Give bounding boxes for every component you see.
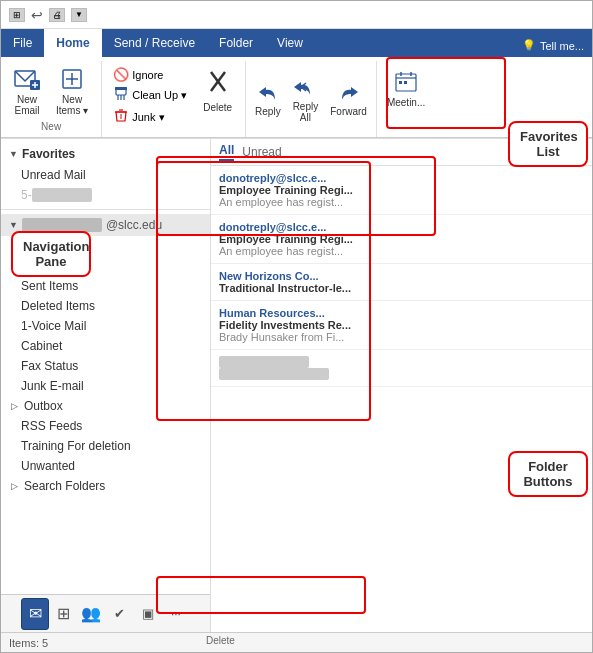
sidebar-item-drafts[interactable]: Drafts [1, 256, 210, 276]
ignore-label: Ignore [132, 69, 163, 81]
sidebar-item-rss-feeds[interactable]: RSS Feeds [1, 416, 210, 436]
message-subject: Employee Training Regi... [219, 233, 584, 245]
account-email-suffix: @slcc.edu [106, 218, 162, 232]
sidebar-item-cabinet[interactable]: Cabinet [1, 336, 210, 356]
sidebar-item-training-deletion[interactable]: Training For deletion [1, 436, 210, 456]
main-area: ▼ Favorites Unread Mail 5- ▼ @slcc.edu [1, 138, 592, 632]
quick-access-dropdown[interactable]: ▼ [71, 8, 87, 22]
junk-button[interactable]: Junk ▾ [108, 107, 192, 128]
new-group-label: New [7, 119, 95, 135]
cleanup-button[interactable]: Clean Up ▾ [108, 85, 192, 106]
svg-rect-11 [115, 87, 127, 90]
search-folders-label: Search Folders [24, 479, 105, 493]
new-items-label: NewItems ▾ [56, 94, 88, 116]
folder-list: ▷ Inbox Drafts Sent Items Deleted Items … [1, 236, 210, 496]
nav-more-button[interactable]: ··· [162, 598, 190, 630]
undo-icon[interactable]: ↩ [31, 7, 43, 23]
message-item[interactable]: donotreply@slcc.e... Employee Training R… [211, 215, 592, 264]
sidebar-item-outbox[interactable]: ▷ Outbox [1, 396, 210, 416]
account-collapse-icon[interactable]: ▼ [9, 220, 18, 230]
meeting-icon [395, 71, 417, 95]
new-items-button[interactable]: NewItems ▾ [49, 63, 95, 119]
ribbon-tabs: File Home Send / Receive Folder View 💡 T… [1, 29, 592, 57]
more-nav-icon: ··· [171, 607, 181, 621]
reply-all-icon [294, 78, 316, 99]
tab-send-receive[interactable]: Send / Receive [102, 29, 207, 57]
ribbon-group-delete: 🚫 Ignore Clean Up ▾ [102, 61, 246, 137]
sidebar-item-blurred[interactable]: 5- [1, 185, 210, 205]
favorites-collapse-icon[interactable]: ▼ [9, 149, 18, 159]
message-pane: All Unread donotreply@slcc.e... Employee… [211, 139, 592, 632]
message-sender: donotreply@slcc.e... [219, 221, 584, 233]
nav-calendar-button[interactable]: ⊞ [49, 598, 77, 630]
sidebar-item-deleted-items[interactable]: Deleted Items [1, 296, 210, 316]
forward-icon [338, 83, 360, 104]
ribbon-group-new: NewEmail NewItems ▾ New [1, 61, 102, 137]
inbox-expand-icon[interactable]: ▷ [11, 241, 18, 251]
sidebar-item-unwanted[interactable]: Unwanted [1, 456, 210, 476]
message-filter-bar: All Unread [211, 139, 592, 166]
grid-icon[interactable]: ⊞ [9, 8, 25, 22]
reply-icon [257, 83, 279, 104]
title-bar: ⊞ ↩ 🖨 ▼ [1, 1, 592, 29]
forward-button[interactable]: Forward [325, 74, 372, 126]
nav-tasks-button[interactable]: ✔ [106, 598, 134, 630]
filter-unread[interactable]: Unread [242, 145, 281, 159]
account-section: ▼ @slcc.edu ▷ Inbox Drafts Sent Items De… [1, 210, 210, 500]
cleanup-icon [113, 87, 129, 104]
inbox-label: Inbox [24, 239, 56, 253]
sidebar-item-voice-mail[interactable]: 1-Voice Mail [1, 316, 210, 336]
new-items-icon [59, 66, 85, 92]
nav-mail-button[interactable]: ✉ [21, 598, 49, 630]
junk-label: Junk ▾ [132, 111, 164, 124]
new-email-label: NewEmail [14, 94, 39, 116]
navigation-pane: ▼ Favorites Unread Mail 5- ▼ @slcc.edu [1, 139, 211, 632]
tab-view[interactable]: View [265, 29, 315, 57]
sidebar-item-fax-status[interactable]: Fax Status [1, 356, 210, 376]
tab-folder[interactable]: Folder [207, 29, 265, 57]
outbox-expand-icon[interactable]: ▷ [11, 401, 18, 411]
sidebar-item-search-folders[interactable]: ▷ Search Folders [1, 476, 210, 496]
tasks-nav-icon: ✔ [114, 606, 125, 621]
delete-button[interactable]: Delete [196, 65, 239, 117]
lightbulb-icon: 💡 [522, 39, 536, 52]
tab-home[interactable]: Home [44, 29, 101, 57]
calendar-nav-icon: ⊞ [57, 604, 70, 623]
filter-all[interactable]: All [219, 143, 234, 161]
sidebar-item-junk-email[interactable]: Junk E-mail [1, 376, 210, 396]
meeting-button[interactable]: Meetin... [383, 63, 429, 115]
message-sender: Human Resources... [219, 307, 584, 319]
blurred-redact [32, 188, 92, 202]
ignore-button[interactable]: 🚫 Ignore [108, 65, 192, 84]
message-item[interactable]: donotreply@slcc.e... Employee Training R… [211, 166, 592, 215]
tab-file[interactable]: File [1, 29, 44, 57]
print-icon[interactable]: 🖨 [49, 8, 65, 22]
tell-me-field[interactable]: 💡 Tell me... [514, 34, 592, 57]
favorites-section: ▼ Favorites Unread Mail 5- [1, 139, 210, 210]
message-subject: Traditional Instructor-le... [219, 282, 584, 294]
message-item[interactable]: New Horizons Co... Traditional Instructo… [211, 264, 592, 301]
ribbon-group-respond: Reply ReplyAll [246, 61, 377, 137]
favorites-header: ▼ Favorites [1, 143, 210, 165]
reply-label: Reply [255, 106, 281, 117]
message-sender [219, 356, 584, 368]
search-expand-icon[interactable]: ▷ [11, 481, 18, 491]
title-bar-icons: ⊞ ↩ 🖨 ▼ [9, 7, 87, 23]
sidebar-item-inbox[interactable]: ▷ Inbox [1, 236, 210, 256]
sidebar-item-unread-mail[interactable]: Unread Mail [1, 165, 210, 185]
new-email-button[interactable]: NewEmail [7, 63, 47, 119]
reply-buttons: Reply ReplyAll [250, 74, 372, 126]
blurred-text: 5- [21, 188, 32, 202]
account-header[interactable]: ▼ @slcc.edu [1, 214, 210, 236]
nav-people-button[interactable]: 👥 [77, 598, 105, 630]
mail-nav-icon: ✉ [29, 604, 42, 623]
message-item[interactable] [211, 350, 592, 387]
message-preview: Brady Hunsaker from Fi... [219, 331, 584, 343]
reply-all-button[interactable]: ReplyAll [288, 74, 324, 126]
outbox-label: Outbox [24, 399, 63, 413]
reply-button[interactable]: Reply [250, 74, 286, 126]
message-item[interactable]: Human Resources... Fidelity Investments … [211, 301, 592, 350]
sidebar-item-sent-items[interactable]: Sent Items [1, 276, 210, 296]
account-redact [22, 218, 102, 232]
nav-folders-button[interactable]: ▣ [134, 598, 162, 630]
